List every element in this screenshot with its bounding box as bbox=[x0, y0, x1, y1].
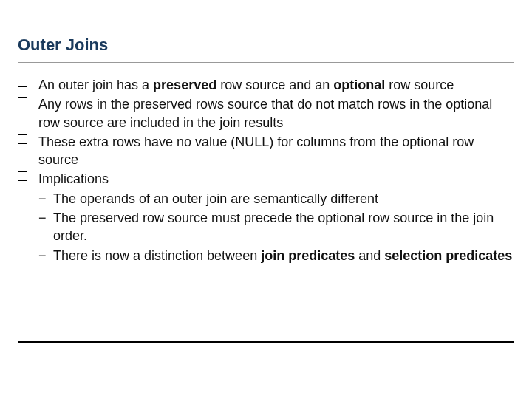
bullet-item: Any rows in the preserved rows source th… bbox=[18, 95, 514, 132]
bullet-text: Implications bbox=[38, 171, 109, 186]
bullet-item: An outer join has a preserved row source… bbox=[18, 76, 514, 94]
dash-bullet-icon: − bbox=[38, 190, 47, 208]
sub-bullet-item: − The operands of an outer join are sema… bbox=[18, 190, 514, 208]
sub-bullet-item: − There is now a distinction between joi… bbox=[18, 247, 514, 265]
square-bullet-icon bbox=[18, 97, 27, 106]
bullet-item: Implications bbox=[18, 170, 514, 188]
footer-divider bbox=[18, 341, 514, 343]
bullet-text: These extra rows have no value (NULL) fo… bbox=[38, 134, 474, 167]
dash-bullet-icon: − bbox=[38, 209, 47, 227]
square-bullet-icon bbox=[18, 78, 27, 87]
sub-bullet-text: The preserved row source must precede th… bbox=[53, 211, 494, 243]
slide-title: Outer Joins bbox=[18, 35, 514, 63]
sub-bullet-item: − The preserved row source must precede … bbox=[18, 209, 514, 245]
square-bullet-icon bbox=[18, 171, 27, 181]
slide-body: An outer join has a preserved row source… bbox=[18, 76, 514, 265]
dash-bullet-icon: − bbox=[38, 247, 47, 265]
bullet-text: An outer join has a preserved row source… bbox=[38, 78, 454, 92]
bullet-item: These extra rows have no value (NULL) fo… bbox=[18, 133, 514, 169]
square-bullet-icon bbox=[18, 134, 27, 144]
sub-bullet-text: The operands of an outer join are semant… bbox=[53, 191, 378, 206]
sub-bullet-text: There is now a distinction between join … bbox=[53, 248, 512, 263]
bullet-text: Any rows in the preserved rows source th… bbox=[38, 97, 492, 129]
